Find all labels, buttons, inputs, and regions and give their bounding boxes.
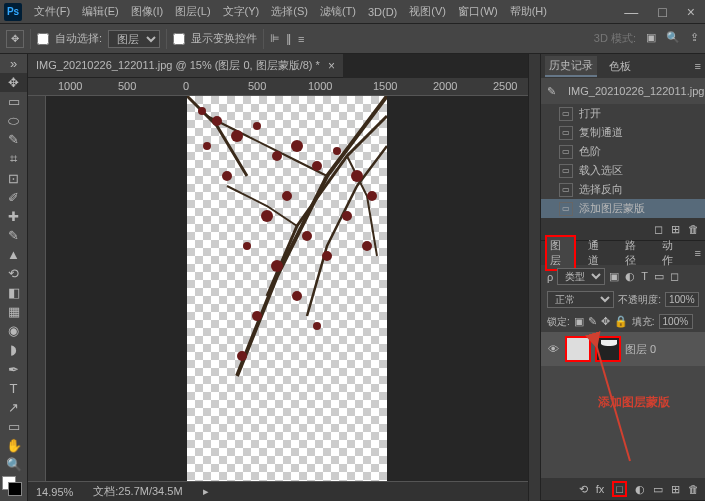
document-tab[interactable]: IMG_20210226_122011.jpg @ 15% (图层 0, 图层蒙… [28,54,343,78]
menu-edit[interactable]: 编辑(E) [76,4,125,19]
blur-tool[interactable]: ◉ [0,321,27,340]
brush-tool[interactable]: ✎ [0,226,27,245]
layer-thumbnail[interactable] [565,336,591,362]
collapsed-panel-strip[interactable] [528,54,540,501]
history-step[interactable]: ▭色阶 [541,142,705,161]
transform-controls-checkbox[interactable] [173,33,185,45]
svg-point-1 [231,130,243,142]
lasso-tool[interactable]: ⬭ [0,111,27,130]
healing-tool[interactable]: ✚ [0,207,27,226]
menu-help[interactable]: 帮助(H) [504,4,553,19]
filter-pixel-icon[interactable]: ▣ [609,270,619,283]
stamp-tool[interactable]: ▲ [0,245,27,264]
share-icon[interactable]: ⇪ [690,31,699,46]
hand-tool[interactable]: ✋ [0,436,27,455]
filter-adjust-icon[interactable]: ◐ [625,270,635,283]
gradient-tool[interactable]: ▦ [0,302,27,321]
tab-swatches[interactable]: 色板 [605,57,635,76]
window-close-icon[interactable]: × [681,4,701,20]
zoom-level[interactable]: 14.95% [36,486,73,498]
align-icon[interactable]: ‖ [286,32,292,45]
trash-icon[interactable]: 🗑 [688,483,699,495]
frame-tool[interactable]: ⊡ [0,169,27,188]
window-minimize-icon[interactable]: — [618,4,644,20]
menu-filter[interactable]: 滤镜(T) [314,4,362,19]
add-mask-button[interactable]: □ [612,481,627,497]
layer-name[interactable]: 图层 0 [625,342,656,357]
autoselect-dropdown[interactable]: 图层 [108,30,160,48]
panel-menu-icon[interactable]: ≡ [695,60,701,72]
type-tool[interactable]: T [0,379,27,398]
workspace-icon[interactable]: ▣ [646,31,656,46]
lock-transparency-icon[interactable]: ▣ [574,315,584,328]
menu-3d[interactable]: 3D(D) [362,6,403,18]
mask-thumbnail[interactable] [595,336,621,362]
align-icon[interactable]: ⊫ [270,32,280,45]
layer-group-icon[interactable]: ▭ [653,483,663,496]
svg-point-17 [313,322,321,330]
history-snapshot[interactable]: ✎ IMG_20210226_122011.jpg [541,78,705,104]
history-brush-tool[interactable]: ⟲ [0,264,27,283]
quick-select-tool[interactable]: ✎ [0,130,27,149]
filter-type-icon[interactable]: T [641,270,648,283]
move-tool[interactable]: ✥ [0,73,27,92]
marquee-tool[interactable]: ▭ [0,92,27,111]
search-icon[interactable]: 🔍 [666,31,680,46]
app-logo: Ps [4,3,22,21]
dodge-tool[interactable]: ◗ [0,340,27,359]
filter-kind-label: ρ [547,271,553,283]
menu-layer[interactable]: 图层(L) [169,4,216,19]
status-chevron-icon[interactable]: ▸ [203,485,209,498]
history-step[interactable]: ▭载入选区 [541,161,705,180]
layer-row[interactable]: 👁 图层 0 [541,332,705,366]
eraser-tool[interactable]: ◧ [0,283,27,302]
opacity-input[interactable] [665,292,699,307]
ruler-horizontal: 1000500 0500 10001500 20002500 [28,78,528,96]
menu-file[interactable]: 文件(F) [28,4,76,19]
filter-smart-icon[interactable]: ◻ [670,270,679,283]
align-icon[interactable]: ≡ [298,33,304,45]
history-step[interactable]: ▭打开 [541,104,705,123]
panel-menu-icon[interactable]: ≡ [695,247,701,259]
menu-type[interactable]: 文字(Y) [217,4,266,19]
close-tab-icon[interactable]: × [328,59,335,73]
history-step[interactable]: ▭选择反向 [541,180,705,199]
blend-mode-dropdown[interactable]: 正常 [547,291,614,308]
new-layer-icon[interactable]: ⊞ [671,483,680,496]
menu-select[interactable]: 选择(S) [265,4,314,19]
path-tool[interactable]: ↗ [0,398,27,417]
shape-tool[interactable]: ▭ [0,417,27,436]
history-step[interactable]: ▭复制通道 [541,123,705,142]
link-layers-icon[interactable]: ⟲ [579,483,588,496]
menu-image[interactable]: 图像(I) [125,4,169,19]
new-doc-icon[interactable]: ⊞ [671,223,680,236]
crop-tool[interactable]: ⌗ [0,149,27,168]
pen-tool[interactable]: ✒ [0,360,27,379]
trash-icon[interactable]: 🗑 [688,223,699,235]
menu-window[interactable]: 窗口(W) [452,4,504,19]
svg-point-7 [351,170,363,182]
tab-history[interactable]: 历史记录 [545,56,597,77]
lock-position-icon[interactable]: ✥ [601,315,610,328]
color-swatch[interactable] [0,474,27,501]
lock-pixels-icon[interactable]: ✎ [588,315,597,328]
create-snapshot-icon[interactable]: ◻ [654,223,663,236]
brush-icon: ✎ [547,85,556,98]
adjustment-layer-icon[interactable]: ◐ [635,483,645,496]
expand-icon[interactable]: » [0,54,27,73]
menu-view[interactable]: 视图(V) [403,4,452,19]
visibility-icon[interactable]: 👁 [545,343,561,355]
canvas[interactable] [46,96,528,481]
lock-all-icon[interactable]: 🔒 [614,315,628,328]
autoselect-checkbox[interactable] [37,33,49,45]
eyedropper-tool[interactable]: ✐ [0,188,27,207]
filter-kind-dropdown[interactable]: 类型 [557,268,605,285]
history-panel: ✎ IMG_20210226_122011.jpg ▭打开 ▭复制通道 ▭色阶 … [541,78,705,218]
window-maximize-icon[interactable]: □ [652,4,672,20]
zoom-tool[interactable]: 🔍 [0,455,27,474]
history-step-current[interactable]: ▭添加图层蒙版 [541,199,705,218]
layer-fx-icon[interactable]: fx [596,483,605,495]
move-tool-icon[interactable]: ✥ [6,30,24,48]
filter-shape-icon[interactable]: ▭ [654,270,664,283]
fill-input[interactable] [659,314,693,329]
